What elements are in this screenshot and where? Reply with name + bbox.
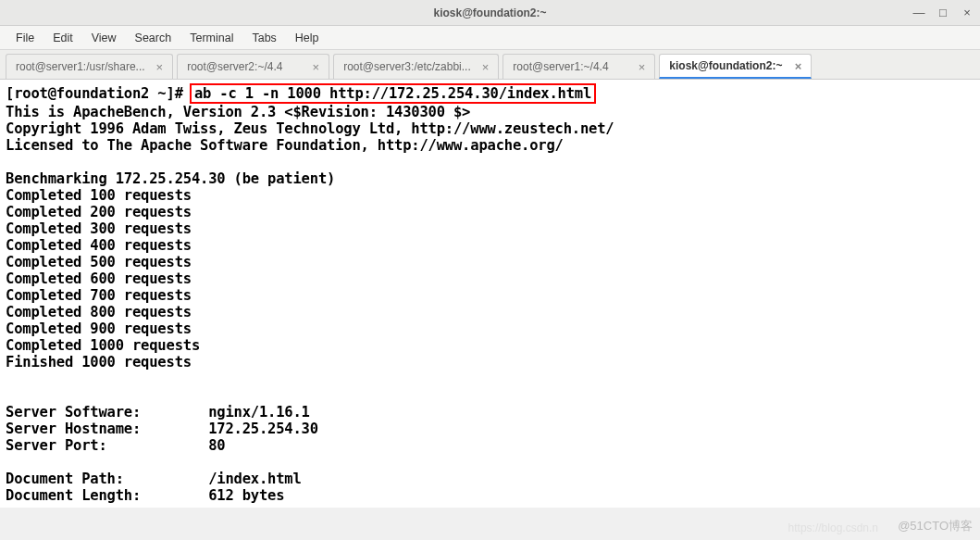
terminal-line: Completed 700 requests — [6, 287, 192, 304]
terminal-line: Server Hostname: 172.25.254.30 — [6, 421, 318, 437]
window-controls: — □ × — [913, 7, 973, 19]
menubar: File Edit View Search Terminal Tabs Help — [0, 26, 980, 50]
menu-search[interactable]: Search — [127, 29, 180, 47]
menu-terminal[interactable]: Terminal — [181, 29, 242, 47]
menu-view[interactable]: View — [83, 29, 125, 47]
terminal-line: Completed 100 requests — [6, 187, 192, 204]
close-button[interactable]: × — [961, 7, 973, 19]
window-title: kiosk@foundation2:~ — [433, 6, 546, 19]
terminal-line: Finished 1000 requests — [6, 354, 192, 370]
close-icon[interactable]: × — [482, 60, 490, 74]
terminal-line: Document Length: 612 bytes — [6, 487, 284, 504]
terminal-line: Copyright 1996 Adam Twiss, Zeus Technolo… — [6, 120, 614, 137]
tab-server2-44[interactable]: root@server2:~/4.4 × — [177, 54, 329, 79]
menu-tabs[interactable]: Tabs — [243, 29, 284, 47]
tab-label: root@server1:~/4.4 — [513, 60, 608, 73]
terminal-line: Completed 200 requests — [6, 204, 192, 220]
maximize-button[interactable]: □ — [937, 7, 949, 19]
tab-label: root@server3:/etc/zabbi... — [343, 60, 471, 73]
terminal-line: Benchmarking 172.25.254.30 (be patient) — [6, 170, 335, 187]
close-icon[interactable]: × — [639, 60, 646, 74]
prompt: [root@foundation2 ~]# — [6, 85, 192, 102]
menu-edit[interactable]: Edit — [44, 29, 81, 47]
terminal-line: Licensed to The Apache Software Foundati… — [6, 137, 564, 154]
close-icon[interactable]: × — [795, 59, 802, 73]
close-icon[interactable]: × — [313, 60, 320, 74]
terminal-line: Completed 800 requests — [6, 304, 192, 320]
tab-label: kiosk@foundation2:~ — [669, 59, 782, 72]
tab-label: root@server2:~/4.4 — [187, 60, 282, 73]
titlebar: kiosk@foundation2:~ — □ × — [0, 0, 980, 26]
tab-label: root@server1:/usr/share... — [16, 60, 145, 73]
tab-kiosk[interactable]: kiosk@foundation2:~ × — [659, 54, 812, 79]
close-icon[interactable]: × — [156, 60, 164, 74]
terminal-line: Completed 400 requests — [6, 237, 192, 254]
terminal-line: Server Software: nginx/1.16.1 — [6, 404, 310, 421]
terminal-line: Document Path: /index.html — [6, 471, 302, 487]
terminal-line: Completed 900 requests — [6, 320, 192, 337]
menu-file[interactable]: File — [7, 29, 43, 47]
minimize-button[interactable]: — — [913, 7, 924, 19]
menu-help[interactable]: Help — [287, 29, 328, 47]
terminal-line: Server Port: 80 — [6, 437, 225, 454]
tab-server1-usr[interactable]: root@server1:/usr/share... × — [6, 54, 173, 79]
terminal-line: Completed 1000 requests — [6, 337, 200, 354]
tab-server3-zabbi[interactable]: root@server3:/etc/zabbi... × — [333, 54, 499, 79]
terminal-line: Completed 500 requests — [6, 254, 192, 270]
terminal-line: Completed 300 requests — [6, 220, 192, 237]
command-highlight: ab -c 1 -n 1000 http://172.25.254.30/ind… — [190, 83, 596, 104]
watermark-csdn: https://blog.csdn.n — [788, 521, 878, 534]
tabbar: root@server1:/usr/share... × root@server… — [0, 50, 980, 80]
tab-server1-44[interactable]: root@server1:~/4.4 × — [502, 54, 655, 79]
terminal-output[interactable]: [root@foundation2 ~]# ab -c 1 -n 1000 ht… — [0, 80, 980, 508]
terminal-line: Completed 600 requests — [6, 270, 192, 287]
watermark-51cto: @51CTO博客 — [898, 518, 973, 534]
terminal-line: This is ApacheBench, Version 2.3 <$Revis… — [6, 104, 470, 120]
